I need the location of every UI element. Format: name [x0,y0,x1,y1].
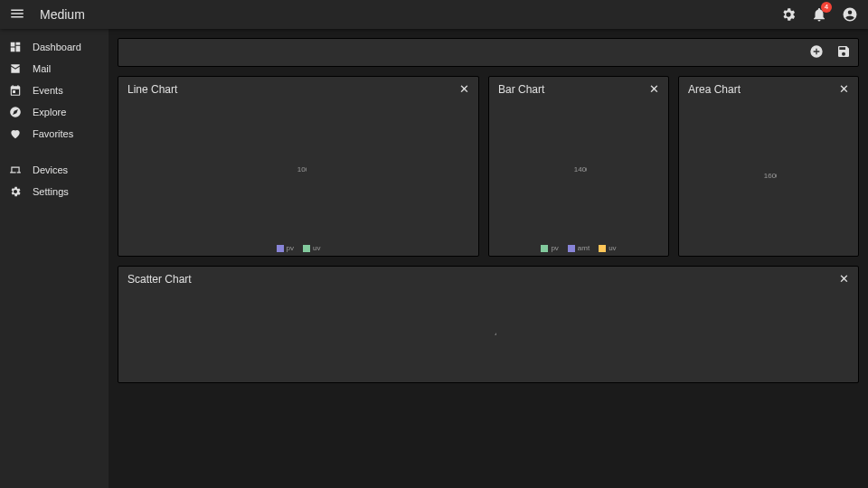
panel-bar-chart: Bar Chart ✕ 350070001050014000Page APage… [488,76,669,257]
mail-icon [9,62,22,75]
sidebar-item-events[interactable]: Events [0,80,108,101]
close-icon[interactable]: ✕ [649,82,659,96]
svg-text:400kg: 400kg [495,330,496,338]
sidebar-item-label: Dashboard [33,42,81,52]
explore-icon [9,106,22,118]
main-content: Line Chart ✕ 25005000750010000Page APage… [108,29,868,488]
event-icon [9,84,22,97]
line-legend: pv uv [118,244,478,256]
notifications-icon[interactable]: 4 [810,5,828,23]
devices-icon [9,164,22,176]
topbar: Medium 4 [0,0,868,29]
dashboard-toolbar [118,38,859,67]
sidebar-item-mail[interactable]: Mail [0,58,108,80]
svg-text:16000: 16000 [764,172,777,180]
area-chart: 400080001200016000Page APage CPage EPage… [760,170,777,186]
panel-line-chart: Line Chart ✕ 25005000750010000Page APage… [118,76,479,257]
account-icon[interactable] [841,5,859,23]
sidebar-item-favorites[interactable]: Favorites [0,123,108,145]
sidebar-item-label: Favorites [33,128,73,139]
sidebar-item-settings[interactable]: Settings [0,181,108,202]
panel-scatter-chart: Scatter Chart ✕ 0kg100kg200kg300kg400kg0… [118,266,859,383]
svg-text:14000: 14000 [574,165,587,174]
panel-area-chart: Area Chart ✕ 400080001200016000Page APag… [678,76,859,257]
sidebar-item-devices[interactable]: Devices [0,159,108,181]
sidebar: DashboardMailEventsExploreFavorites Devi… [0,29,108,488]
favorite-icon [9,127,22,140]
settings-icon[interactable] [779,5,797,23]
panel-title: Bar Chart [498,83,544,96]
line-chart: 25005000750010000Page APage BPage CPage … [290,164,307,180]
sidebar-item-label: Mail [33,63,51,74]
notification-badge: 4 [821,2,832,13]
sidebar-item-explore[interactable]: Explore [0,101,108,123]
bar-legend: pv amt uv [489,244,668,256]
close-icon[interactable]: ✕ [459,82,469,96]
bar-chart: 350070001050014000Page APage BPage CPage… [571,164,587,180]
sidebar-item-label: Explore [33,107,66,117]
settings-icon [9,185,22,198]
sidebar-item-label: Settings [33,186,69,197]
menu-icon[interactable] [9,5,27,24]
panel-title: Scatter Chart [127,273,192,286]
sidebar-item-label: Devices [33,164,68,175]
sidebar-item-dashboard[interactable]: Dashboard [0,36,108,58]
save-icon[interactable] [836,44,851,61]
close-icon[interactable]: ✕ [839,272,849,286]
panel-title: Area Chart [688,83,741,96]
close-icon[interactable]: ✕ [839,82,849,96]
panel-title: Line Chart [127,83,177,96]
scatter-chart: 0kg100kg200kg300kg400kg0cm45cm90cm135cm1… [480,328,496,344]
add-icon[interactable] [809,44,824,61]
svg-text:10000: 10000 [297,165,307,174]
dashboard-icon [9,41,22,53]
sidebar-item-label: Events [33,85,63,96]
app-title: Medium [40,7,85,22]
